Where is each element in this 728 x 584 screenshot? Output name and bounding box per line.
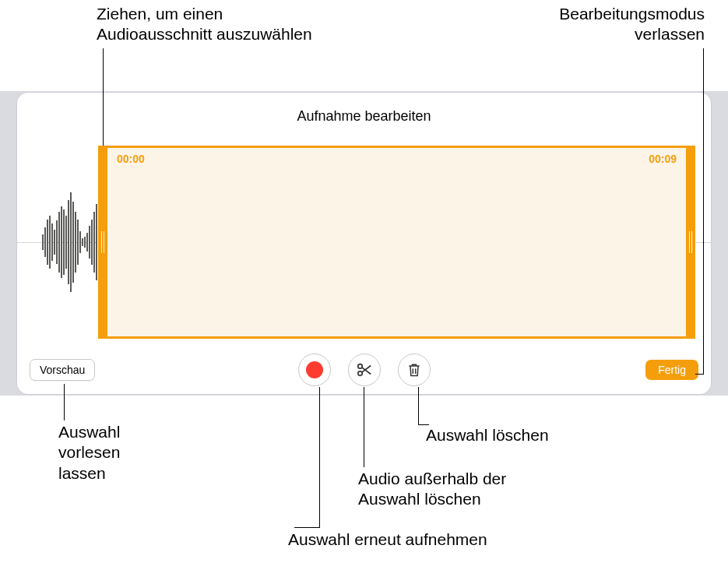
- trash-icon: [406, 361, 422, 378]
- selection-handle-left[interactable]: [101, 231, 104, 253]
- callout-line: [364, 387, 364, 467]
- done-button[interactable]: Fertig: [645, 360, 698, 380]
- callout-exit-edit: Bearbeitungsmodus verlassen: [559, 4, 705, 45]
- callout-line: [695, 374, 704, 375]
- trim-button[interactable]: [348, 354, 381, 386]
- callout-preview: Auswahl vorlesen lassen: [58, 422, 120, 484]
- delete-button[interactable]: [398, 354, 431, 386]
- scissors-icon: [356, 361, 373, 378]
- waveform-area: 00:00 00:09: [17, 146, 711, 339]
- callout-line: [64, 384, 65, 420]
- selection-time-start: 00:00: [117, 153, 145, 165]
- audio-selection[interactable]: 00:00 00:09: [98, 146, 695, 339]
- callout-drag-select: Ziehen, um einen Audioausschnitt auszuwä…: [97, 4, 312, 45]
- callout-line: [418, 424, 429, 425]
- callout-line: [103, 48, 104, 146]
- record-icon: [306, 361, 323, 378]
- callout-record: Auswahl erneut aufnehmen: [288, 529, 487, 550]
- callout-trim: Audio außerhalb der Auswahl löschen: [358, 469, 506, 510]
- record-button[interactable]: [298, 354, 331, 386]
- preview-button[interactable]: Vorschau: [30, 359, 95, 381]
- toolbar-center-group: [298, 354, 431, 386]
- callout-line: [418, 387, 419, 424]
- selection-time-end: 00:09: [649, 153, 677, 165]
- audio-edit-panel: Aufnahme bearbeiten 00:00 00:09 Vorschau: [17, 93, 711, 394]
- panel-title: Aufnahme bearbeiten: [17, 93, 711, 125]
- callout-line: [703, 48, 704, 374]
- selection-handle-right[interactable]: [689, 231, 692, 253]
- callout-delete: Auswahl löschen: [426, 425, 549, 445]
- callout-line: [294, 527, 320, 528]
- callout-line: [319, 387, 320, 527]
